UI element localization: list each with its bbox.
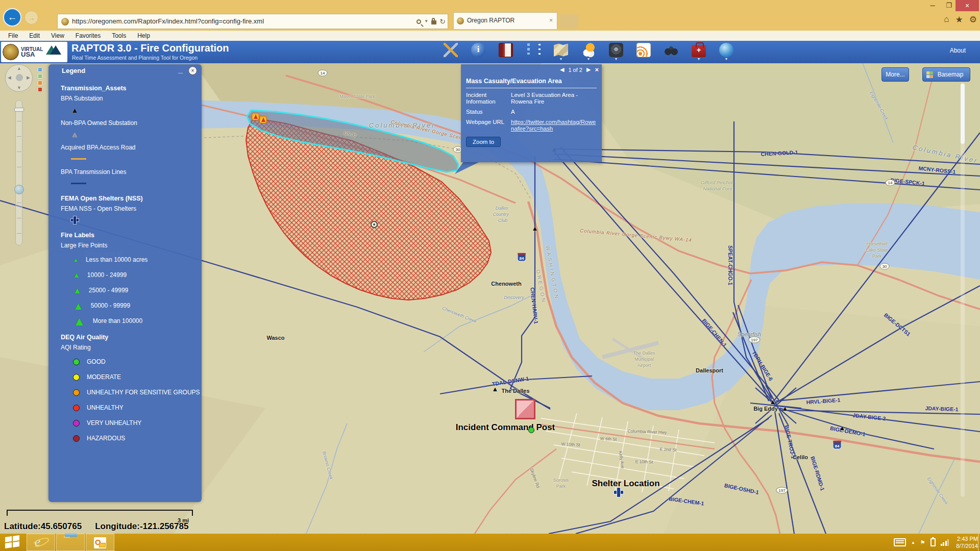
new-tab-button[interactable] (560, 14, 578, 29)
legend-item-label: More than 100000 (93, 317, 142, 324)
home-icon[interactable]: ⌂ (944, 14, 949, 25)
legend-item-label: GOOD (87, 358, 106, 365)
tab-close-icon[interactable]: × (549, 13, 553, 29)
fire-point-icon[interactable] (259, 116, 267, 123)
camera-toolbar-button[interactable]: ▼ (608, 43, 624, 61)
legend-close-button[interactable]: × (188, 66, 197, 75)
search-icon[interactable] (416, 19, 421, 24)
scale-bar (7, 510, 193, 516)
fire-point-triangle-icon: ▲ (73, 271, 80, 279)
pan-left-icon[interactable]: ◀ (8, 75, 11, 80)
touch-keyboard-icon[interactable] (894, 538, 906, 546)
battery-icon[interactable] (930, 538, 936, 546)
map-zoom-control[interactable]: ▲ ▼ ◀ ▶ (5, 64, 33, 92)
aqi-dot-icon (73, 389, 80, 396)
pan-right-icon[interactable]: ▶ (27, 75, 30, 80)
weather-icon (581, 43, 596, 57)
pan-up-icon[interactable]: ▲ (17, 66, 21, 71)
dropdown-arrow-icon[interactable]: ▼ (719, 57, 734, 61)
legend-item: ▲50000 - 99999 (61, 298, 197, 313)
binoculars-toolbar-button[interactable] (664, 43, 679, 61)
legend-item-label: BPA Substation (61, 95, 197, 102)
menu-item-view[interactable]: View (51, 32, 64, 39)
legend-item: HAZARDOUS (61, 431, 197, 446)
info-icon (471, 43, 485, 57)
app-toolbar: ▼▼▼▼▼ (443, 43, 734, 61)
app-subtitle: Real Time Assessment and Planning Tool f… (72, 55, 198, 61)
aqi-good-station-icon[interactable] (528, 427, 534, 433)
address-bar[interactable]: https://oregonem.com/RaptorFx/index.html… (57, 14, 448, 29)
fire-point-triangle-icon: ▲ (73, 315, 86, 328)
popup-field-link[interactable]: https://twitter.com/hashtag/Rowenafire?s… (511, 119, 597, 132)
menu-item-edit[interactable]: Edit (29, 32, 40, 39)
window-close-button[interactable]: × (955, 0, 979, 11)
fire-origin-marker[interactable] (371, 221, 378, 228)
shelter-location-icon[interactable] (614, 488, 623, 497)
legend-scrollbar-thumb[interactable] (961, 84, 965, 144)
legend-item-label: MODERATE (87, 373, 121, 381)
show-desktop-button[interactable] (978, 534, 980, 551)
incident-command-post-icon[interactable] (515, 399, 535, 419)
pan-compass[interactable]: ▲ ▼ ◀ ▶ (5, 64, 33, 92)
hidden-toolbar (38, 67, 42, 94)
favorites-star-icon[interactable]: ★ (955, 14, 963, 25)
dropdown-arrow-icon[interactable]: ▼ (608, 57, 624, 61)
map-icon (554, 43, 568, 57)
zoom-slider[interactable] (15, 100, 22, 245)
weather-toolbar-button[interactable]: ▼ (581, 43, 596, 61)
window-minimize-button[interactable]: ─ (925, 0, 940, 11)
legend-scrollbar[interactable] (961, 83, 965, 497)
info-toolbar-button[interactable] (471, 43, 486, 61)
window-maximize-button[interactable]: ❐ (941, 0, 957, 11)
globe-toolbar-button[interactable]: ▼ (719, 43, 734, 61)
zoom-to-button[interactable]: Zoom to (466, 137, 501, 147)
menu-item-file[interactable]: File (8, 32, 18, 39)
network-signal-icon[interactable] (941, 539, 949, 546)
search-dropdown-icon[interactable]: ▼ (424, 14, 428, 29)
tray-expand-icon[interactable]: ▲ (911, 540, 915, 545)
action-center-flag-icon[interactable]: ⚑ (920, 539, 925, 546)
zoom-slider-thumb[interactable] (14, 108, 24, 112)
tools-toolbar-button[interactable] (443, 43, 458, 61)
rss-toolbar-button[interactable] (636, 43, 651, 61)
dropdown-arrow-icon[interactable]: ▼ (691, 57, 706, 61)
map-toolbar-button[interactable]: ▼ (553, 43, 569, 61)
browser-tab[interactable]: Oregon RAPTOR × (453, 12, 557, 29)
taskbar-outlook-icon[interactable]: O (86, 534, 114, 551)
pan-down-icon[interactable]: ▼ (17, 85, 21, 90)
menu-item-help[interactable]: Help (137, 32, 150, 39)
start-button[interactable] (5, 536, 20, 548)
fire-point-icon[interactable] (252, 113, 259, 120)
dropdown-arrow-icon[interactable]: ▼ (553, 57, 569, 61)
toolbox-toolbar-button[interactable]: ▼ (691, 43, 706, 61)
list-toolbar-button[interactable] (526, 43, 541, 61)
back-button[interactable]: ← (3, 8, 21, 27)
ssl-lock-icon (431, 20, 436, 24)
popup-close-icon[interactable]: × (595, 66, 599, 73)
legend-item-label: Acquired BPA Access Road (61, 144, 197, 151)
basemap-button[interactable]: Basemap (922, 67, 970, 82)
legend-item-label: BPA Transmission Lines (61, 168, 197, 176)
more-button[interactable]: More... (881, 67, 909, 82)
settings-gear-icon[interactable]: ⚙ (969, 14, 977, 25)
book-toolbar-button[interactable] (498, 43, 513, 61)
zoom-world-icon[interactable] (14, 185, 24, 194)
menu-item-tools[interactable]: Tools (112, 32, 126, 39)
pan-center-icon[interactable] (16, 74, 23, 81)
about-link[interactable]: About (950, 47, 966, 54)
clock[interactable]: 2:43 PM 8/7/2014 (956, 535, 978, 549)
taskbar-ie-icon[interactable]: e (27, 534, 55, 551)
menu-item-favorites[interactable]: Favorites (76, 32, 101, 39)
popup-prev-icon[interactable]: ◀ (560, 66, 564, 73)
forward-button[interactable]: → (24, 11, 38, 24)
refresh-icon[interactable]: ↻ (439, 18, 446, 25)
popup-next-icon[interactable]: ▶ (586, 66, 591, 73)
taskbar-file-explorer-icon[interactable] (56, 534, 85, 551)
multnomah-county-logo-icon (46, 43, 61, 61)
legend-item: UNHEALTHY (61, 400, 197, 415)
feature-popup: ◀ 1 of 2 ▶ × Mass Casualty/Evacuation Ar… (461, 64, 602, 162)
legend-item-label: 50000 - 99999 (91, 302, 130, 309)
legend-minimize-button[interactable]: _ (178, 67, 184, 73)
legend-item: GOOD (61, 354, 197, 369)
dropdown-arrow-icon[interactable]: ▼ (581, 57, 596, 61)
